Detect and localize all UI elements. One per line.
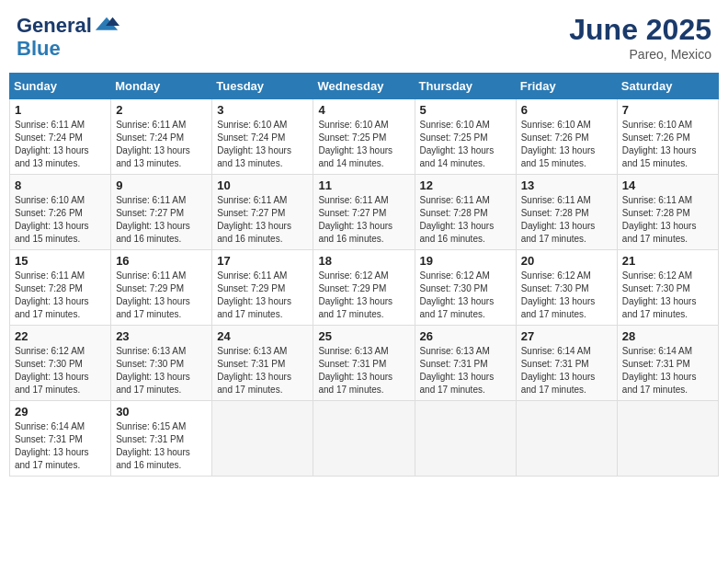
cell-info: Sunrise: 6:11 AMSunset: 7:28 PMDaylight:… — [15, 270, 106, 321]
weekday-header: Monday — [111, 74, 212, 99]
calendar-cell: 15Sunrise: 6:11 AMSunset: 7:28 PMDayligh… — [10, 250, 111, 326]
cell-info: Sunrise: 6:11 AMSunset: 7:29 PMDaylight:… — [116, 270, 207, 321]
calendar-week-row: 15Sunrise: 6:11 AMSunset: 7:28 PMDayligh… — [10, 250, 719, 326]
day-number: 29 — [15, 405, 106, 419]
calendar-cell: 17Sunrise: 6:11 AMSunset: 7:29 PMDayligh… — [212, 250, 313, 326]
calendar-cell: 20Sunrise: 6:12 AMSunset: 7:30 PMDayligh… — [516, 250, 617, 326]
cell-info: Sunrise: 6:12 AMSunset: 7:30 PMDaylight:… — [15, 345, 106, 396]
day-number: 11 — [318, 178, 409, 192]
calendar-week-row: 8Sunrise: 6:10 AMSunset: 7:26 PMDaylight… — [10, 175, 719, 250]
day-number: 18 — [318, 254, 409, 268]
calendar-cell: 27Sunrise: 6:14 AMSunset: 7:31 PMDayligh… — [516, 326, 617, 401]
calendar-cell: 22Sunrise: 6:12 AMSunset: 7:30 PMDayligh… — [10, 326, 111, 401]
day-number: 1 — [15, 103, 106, 117]
cell-info: Sunrise: 6:11 AMSunset: 7:28 PMDaylight:… — [622, 194, 713, 246]
day-number: 24 — [217, 329, 308, 343]
calendar-week-row: 22Sunrise: 6:12 AMSunset: 7:30 PMDayligh… — [10, 326, 719, 401]
cell-info: Sunrise: 6:13 AMSunset: 7:31 PMDaylight:… — [420, 345, 511, 396]
cell-info: Sunrise: 6:11 AMSunset: 7:28 PMDaylight:… — [420, 194, 511, 246]
calendar-cell: 23Sunrise: 6:13 AMSunset: 7:30 PMDayligh… — [111, 326, 212, 401]
calendar-cell — [516, 401, 617, 477]
calendar-table: SundayMondayTuesdayWednesdayThursdayFrid… — [9, 73, 719, 477]
day-number: 15 — [15, 254, 106, 268]
cell-info: Sunrise: 6:11 AMSunset: 7:27 PMDaylight:… — [217, 194, 308, 246]
day-number: 13 — [521, 178, 612, 192]
calendar-cell: 16Sunrise: 6:11 AMSunset: 7:29 PMDayligh… — [111, 250, 212, 326]
page-header: General Blue June 2025 Pareo, Mexico — [9, 9, 719, 65]
day-number: 9 — [116, 178, 207, 192]
calendar-cell: 18Sunrise: 6:12 AMSunset: 7:29 PMDayligh… — [313, 250, 415, 326]
day-number: 20 — [521, 254, 612, 268]
day-number: 17 — [217, 254, 308, 268]
day-number: 22 — [15, 329, 106, 343]
calendar-cell: 26Sunrise: 6:13 AMSunset: 7:31 PMDayligh… — [415, 326, 516, 401]
day-number: 2 — [116, 103, 207, 117]
calendar-week-row: 29Sunrise: 6:14 AMSunset: 7:31 PMDayligh… — [10, 401, 719, 477]
cell-info: Sunrise: 6:11 AMSunset: 7:27 PMDaylight:… — [318, 194, 409, 246]
day-number: 28 — [622, 329, 713, 343]
day-number: 10 — [217, 178, 308, 192]
calendar-cell: 11Sunrise: 6:11 AMSunset: 7:27 PMDayligh… — [313, 175, 415, 250]
weekday-header: Thursday — [415, 74, 516, 99]
calendar-cell: 24Sunrise: 6:13 AMSunset: 7:31 PMDayligh… — [212, 326, 313, 401]
cell-info: Sunrise: 6:14 AMSunset: 7:31 PMDaylight:… — [622, 345, 713, 396]
day-number: 4 — [318, 103, 409, 117]
calendar-cell — [415, 401, 516, 477]
cell-info: Sunrise: 6:12 AMSunset: 7:30 PMDaylight:… — [622, 270, 713, 321]
calendar-cell — [313, 401, 415, 477]
calendar-cell: 2Sunrise: 6:11 AMSunset: 7:24 PMDaylight… — [111, 99, 212, 175]
day-number: 5 — [420, 103, 511, 117]
calendar-cell: 25Sunrise: 6:13 AMSunset: 7:31 PMDayligh… — [313, 326, 415, 401]
cell-info: Sunrise: 6:15 AMSunset: 7:31 PMDaylight:… — [116, 420, 207, 472]
cell-info: Sunrise: 6:11 AMSunset: 7:28 PMDaylight:… — [521, 194, 612, 246]
day-number: 16 — [116, 254, 207, 268]
cell-info: Sunrise: 6:14 AMSunset: 7:31 PMDaylight:… — [521, 345, 612, 396]
day-number: 25 — [318, 329, 409, 343]
cell-info: Sunrise: 6:11 AMSunset: 7:24 PMDaylight:… — [15, 119, 106, 170]
cell-info: Sunrise: 6:10 AMSunset: 7:26 PMDaylight:… — [622, 119, 713, 170]
calendar-cell: 4Sunrise: 6:10 AMSunset: 7:25 PMDaylight… — [313, 99, 415, 175]
calendar-cell: 21Sunrise: 6:12 AMSunset: 7:30 PMDayligh… — [617, 250, 718, 326]
day-number: 30 — [116, 405, 207, 419]
cell-info: Sunrise: 6:10 AMSunset: 7:25 PMDaylight:… — [420, 119, 511, 170]
cell-info: Sunrise: 6:11 AMSunset: 7:27 PMDaylight:… — [116, 194, 207, 246]
calendar-cell: 5Sunrise: 6:10 AMSunset: 7:25 PMDaylight… — [415, 99, 516, 175]
calendar-cell: 6Sunrise: 6:10 AMSunset: 7:26 PMDaylight… — [516, 99, 617, 175]
calendar-cell: 7Sunrise: 6:10 AMSunset: 7:26 PMDaylight… — [617, 99, 718, 175]
calendar-header-row: SundayMondayTuesdayWednesdayThursdayFrid… — [10, 74, 719, 99]
calendar-cell — [212, 401, 313, 477]
calendar-cell: 19Sunrise: 6:12 AMSunset: 7:30 PMDayligh… — [415, 250, 516, 326]
cell-info: Sunrise: 6:10 AMSunset: 7:24 PMDaylight:… — [217, 119, 308, 170]
weekday-header: Friday — [516, 74, 617, 99]
calendar-week-row: 1Sunrise: 6:11 AMSunset: 7:24 PMDaylight… — [10, 99, 719, 175]
calendar-cell: 28Sunrise: 6:14 AMSunset: 7:31 PMDayligh… — [617, 326, 718, 401]
day-number: 3 — [217, 103, 308, 117]
day-number: 21 — [622, 254, 713, 268]
day-number: 14 — [622, 178, 713, 192]
calendar-cell: 30Sunrise: 6:15 AMSunset: 7:31 PMDayligh… — [111, 401, 212, 477]
calendar-cell: 12Sunrise: 6:11 AMSunset: 7:28 PMDayligh… — [415, 175, 516, 250]
weekday-header: Saturday — [617, 74, 718, 99]
month-title: June 2025 — [569, 13, 711, 47]
logo: General Blue — [17, 13, 119, 59]
cell-info: Sunrise: 6:11 AMSunset: 7:24 PMDaylight:… — [116, 119, 207, 170]
logo-icon — [94, 13, 119, 39]
calendar-cell: 3Sunrise: 6:10 AMSunset: 7:24 PMDaylight… — [212, 99, 313, 175]
location-subtitle: Pareo, Mexico — [569, 47, 711, 62]
weekday-header: Wednesday — [313, 74, 415, 99]
calendar-cell: 14Sunrise: 6:11 AMSunset: 7:28 PMDayligh… — [617, 175, 718, 250]
day-number: 8 — [15, 178, 106, 192]
cell-info: Sunrise: 6:12 AMSunset: 7:30 PMDaylight:… — [420, 270, 511, 321]
day-number: 27 — [521, 329, 612, 343]
day-number: 19 — [420, 254, 511, 268]
weekday-header: Tuesday — [212, 74, 313, 99]
cell-info: Sunrise: 6:10 AMSunset: 7:26 PMDaylight:… — [15, 194, 106, 246]
calendar-cell: 8Sunrise: 6:10 AMSunset: 7:26 PMDaylight… — [10, 175, 111, 250]
cell-info: Sunrise: 6:13 AMSunset: 7:31 PMDaylight:… — [217, 345, 308, 396]
cell-info: Sunrise: 6:12 AMSunset: 7:29 PMDaylight:… — [318, 270, 409, 321]
day-number: 6 — [521, 103, 612, 117]
calendar-cell: 10Sunrise: 6:11 AMSunset: 7:27 PMDayligh… — [212, 175, 313, 250]
day-number: 26 — [420, 329, 511, 343]
day-number: 12 — [420, 178, 511, 192]
calendar-cell: 1Sunrise: 6:11 AMSunset: 7:24 PMDaylight… — [10, 99, 111, 175]
